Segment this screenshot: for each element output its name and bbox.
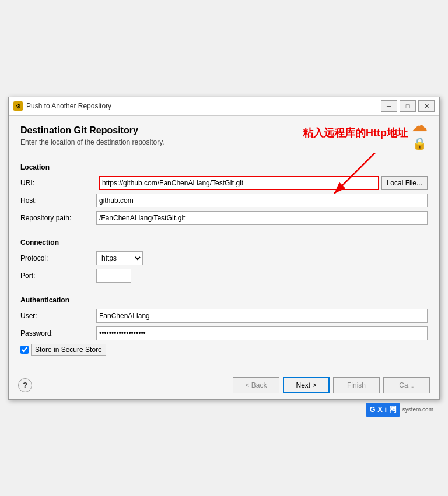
host-label: Host: (20, 196, 96, 205)
host-row: Host: (20, 194, 428, 207)
authentication-section: Authentication User: Password: Store in … (20, 296, 428, 356)
watermark: G X i 网 system.com (366, 403, 433, 417)
port-row: Port: (20, 269, 428, 283)
bottom-right: < Back Next > Finish Ca... (233, 377, 430, 393)
location-section: Location URI: Local File... Host: Reposi… (20, 163, 428, 225)
minimize-button[interactable]: ─ (381, 100, 397, 112)
window-icon: ⚙ (13, 101, 23, 111)
user-input[interactable] (96, 309, 428, 323)
page-title: Destination Git Repository (20, 125, 428, 136)
watermark-site: system.com (402, 406, 433, 413)
watermark-brand: G X i 网 (366, 403, 400, 417)
password-row: Password: (20, 326, 428, 340)
dialog-bottom: ? < Back Next > Finish Ca... (9, 371, 439, 399)
title-bar-controls: ─ □ ✕ (381, 100, 435, 112)
uri-input[interactable] (99, 176, 379, 190)
protocol-row: Protocol: https http ssh git (20, 251, 428, 265)
store-checkbox[interactable] (20, 346, 29, 354)
maximize-button[interactable]: □ (400, 100, 416, 112)
help-button[interactable]: ? (18, 378, 32, 392)
title-bar-left: ⚙ Push to Another Repository (13, 101, 111, 111)
repo-path-row: Repository path: (20, 211, 428, 225)
auth-section-label: Authentication (20, 296, 428, 304)
port-label: Port: (20, 272, 96, 280)
host-input[interactable] (96, 194, 428, 207)
protocol-select[interactable]: https http ssh git (96, 251, 143, 265)
password-label: Password: (20, 329, 96, 337)
back-button[interactable]: < Back (233, 377, 279, 393)
protocol-label: Protocol: (20, 254, 96, 262)
page-subtitle: Enter the location of the destination re… (20, 138, 428, 146)
uri-row: URI: Local File... (20, 176, 428, 190)
repo-path-input[interactable] (96, 211, 428, 225)
title-bar: ⚙ Push to Another Repository ─ □ ✕ (9, 97, 439, 116)
user-label: User: (20, 312, 96, 320)
close-button[interactable]: ✕ (418, 100, 435, 112)
port-input[interactable] (96, 269, 131, 283)
uri-label: URI: (20, 179, 96, 187)
window-title: Push to Another Repository (26, 102, 111, 110)
user-row: User: (20, 309, 428, 323)
store-label[interactable]: Store in Secure Store (31, 344, 106, 356)
next-button[interactable]: Next > (283, 377, 330, 393)
password-input[interactable] (96, 326, 428, 340)
connection-section: Connection Protocol: https http ssh git … (20, 238, 428, 283)
connection-section-label: Connection (20, 238, 428, 247)
finish-button[interactable]: Finish (333, 377, 380, 393)
repo-path-label: Repository path: (20, 214, 96, 222)
bottom-left: ? (18, 378, 32, 392)
store-checkbox-row: Store in Secure Store (20, 344, 428, 356)
content-area: 粘入远程库的Http地址 ☁ 🔒 Destination Git Reposit… (9, 116, 439, 371)
local-file-button[interactable]: Local File... (382, 176, 428, 190)
location-section-label: Location (20, 163, 428, 171)
cancel-button[interactable]: Ca... (383, 377, 430, 393)
main-window: ⚙ Push to Another Repository ─ □ ✕ 粘入远程库… (8, 97, 440, 400)
